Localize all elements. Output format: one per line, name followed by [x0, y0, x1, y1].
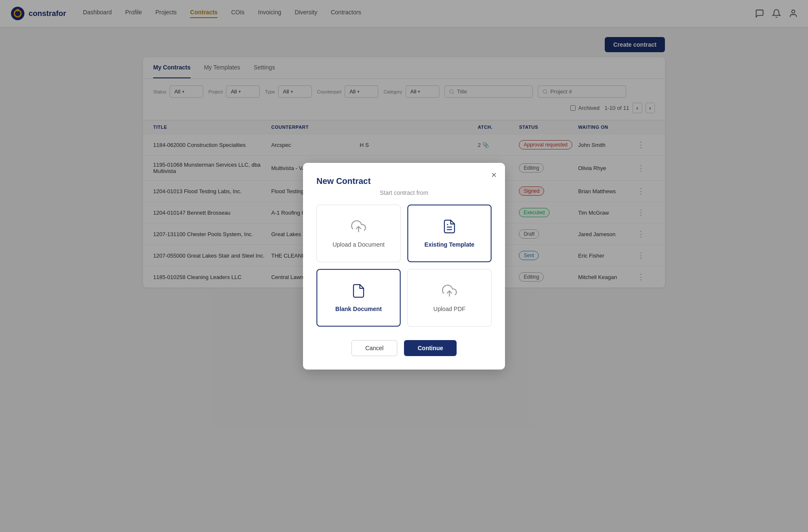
modal-overlay[interactable]: × New Contract Start contract from Uploa…	[0, 0, 808, 298]
blank-doc-icon	[351, 283, 366, 298]
cloud-upload-icon	[351, 219, 366, 237]
option-existing-template[interactable]: Existing Template	[407, 205, 492, 262]
file-template-icon	[442, 219, 457, 237]
option-upload-pdf[interactable]: Upload PDF	[407, 269, 492, 298]
option-upload-document[interactable]: Upload a Document	[316, 205, 401, 262]
option-upload-document-label: Upload a Document	[332, 241, 385, 248]
option-blank-document[interactable]: Blank Document	[316, 269, 401, 298]
modal-subtitle: Start contract from	[316, 189, 492, 196]
modal-options-grid: Upload a Document Existing Template	[316, 205, 492, 298]
option-existing-template-label: Existing Template	[425, 241, 475, 248]
new-contract-modal: × New Contract Start contract from Uploa…	[303, 163, 505, 298]
modal-title: New Contract	[316, 176, 492, 186]
modal-close-button[interactable]: ×	[491, 170, 497, 181]
pdf-upload-icon	[442, 283, 457, 298]
